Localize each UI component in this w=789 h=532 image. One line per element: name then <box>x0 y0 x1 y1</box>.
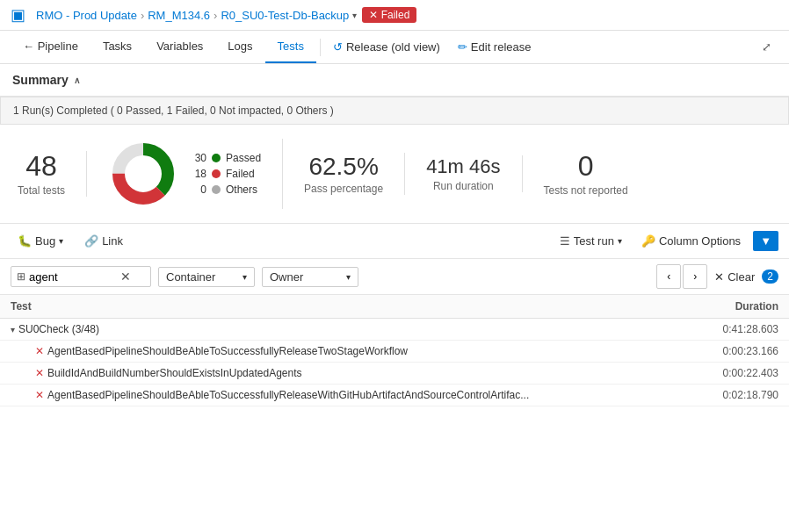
column-options-label: Column Options <box>659 234 741 248</box>
toolbar-right: ☰ Test run ▾ 🔑 Column Options ▼ <box>553 231 778 251</box>
app-logo: ▣ <box>11 5 25 25</box>
failed-dot <box>212 169 221 178</box>
nav-tabs: ← Pipeline Tasks Variables Logs Tests ↺ … <box>0 31 789 64</box>
summary-title: Summary <box>12 73 69 87</box>
info-bar: 1 Run(s) Completed ( 0 Passed, 1 Failed,… <box>0 97 789 125</box>
clear-search-icon[interactable]: ✕ <box>120 270 131 284</box>
nav-separator <box>320 39 321 56</box>
pass-pct-label: Pass percentage <box>304 183 383 195</box>
tab-variables[interactable]: Variables <box>144 31 215 63</box>
not-reported-value: 0 <box>578 151 594 182</box>
fail-icon: ✕ <box>35 367 44 379</box>
expand-icon[interactable]: ⤢ <box>755 33 778 61</box>
summary-header[interactable]: Summary ∧ <box>12 73 777 87</box>
release-old-view-action[interactable]: ↺ Release (old view) <box>324 32 449 62</box>
legend-passed: 30 Passed <box>191 152 261 164</box>
fail-icon: ✕ <box>35 345 44 357</box>
summary-chevron: ∧ <box>74 75 80 85</box>
table-row[interactable]: ✕ AgentBasedPipelineShouldBeAbleToSucces… <box>0 341 789 363</box>
run-duration-label: Run duration <box>433 180 494 192</box>
breadcrumb-dropdown-icon[interactable]: ▾ <box>352 11 357 20</box>
donut-chart <box>108 139 178 209</box>
test-run-dropdown-icon[interactable]: ▾ <box>618 236 622 246</box>
tab-tests[interactable]: Tests <box>265 31 316 63</box>
link-icon: 🔗 <box>84 234 98 248</box>
filters-row: ⊞ ✕ Container ▾ Owner ▾ ‹ › ✕ Clear 2 <box>0 259 789 295</box>
item-duration-1: 0:00:23.166 <box>691 345 778 357</box>
not-reported-label: Tests not reported <box>544 184 628 197</box>
summary-section: Summary ∧ <box>0 64 789 97</box>
test-run-button[interactable]: ☰ Test run ▾ <box>553 231 629 251</box>
run-duration-value: 41m 46s <box>426 155 500 178</box>
edit-release-action[interactable]: ✏ Edit release <box>449 32 540 62</box>
stats-area: 48 Total tests 30 Passed 18 Failed <box>0 125 789 224</box>
total-tests-label: Total tests <box>18 184 65 197</box>
search-filter-icon: ⊞ <box>17 270 25 283</box>
bug-label: Bug <box>35 234 55 248</box>
item-duration-3: 0:02:18.790 <box>691 389 778 401</box>
next-page-button[interactable]: › <box>683 264 707 289</box>
tab-logs[interactable]: Logs <box>215 31 264 63</box>
fail-icon: ✕ <box>35 389 44 401</box>
col-duration-header: Duration <box>691 300 778 313</box>
group-duration: 0:41:28.603 <box>691 323 778 335</box>
breadcrumb-r0[interactable]: R0_SU0-Test-Db-Backup <box>221 9 349 22</box>
filter-count-badge: 2 <box>762 270 778 284</box>
table-row[interactable]: ✕ BuildIdAndBuildNumberShouldExistsInUpd… <box>0 363 789 385</box>
tab-pipeline[interactable]: ← Pipeline <box>11 31 90 63</box>
owner-dropdown-icon: ▾ <box>346 272 351 282</box>
clear-filters-button[interactable]: ✕ Clear <box>714 270 755 284</box>
edit-icon: ✏ <box>458 40 467 54</box>
run-duration-block: 41m 46s Run duration <box>405 155 522 192</box>
search-input[interactable] <box>29 270 117 284</box>
search-input-wrap: ⊞ ✕ <box>11 266 151 287</box>
breadcrumb-rm[interactable]: RM_M134.6 <box>148 9 210 22</box>
bug-dropdown-icon[interactable]: ▾ <box>59 236 63 246</box>
clear-label: Clear <box>727 270 755 284</box>
bug-button[interactable]: 🐛 Bug ▾ <box>11 231 70 251</box>
bug-icon: 🐛 <box>18 234 32 248</box>
item-name-2: ✕ BuildIdAndBuildNumberShouldExistsInUpd… <box>11 367 691 379</box>
top-bar: ▣ RMO - Prod Update › RM_M134.6 › R0_SU0… <box>0 0 789 31</box>
table-header: Test Duration <box>0 295 789 319</box>
failed-label: Failed <box>226 168 255 180</box>
breadcrumb-sep-1: › <box>141 9 144 22</box>
test-run-icon: ☰ <box>560 234 570 248</box>
chevron-down-icon[interactable]: ▾ <box>11 325 15 334</box>
tab-tasks[interactable]: Tasks <box>90 31 144 63</box>
table-row[interactable]: ▾ SU0Check (3/48) 0:41:28.603 <box>0 319 789 341</box>
release-icon: ↺ <box>333 40 343 54</box>
link-button[interactable]: 🔗 Link <box>77 231 130 251</box>
owner-dropdown[interactable]: Owner ▾ <box>262 267 358 287</box>
column-options-button[interactable]: 🔑 Column Options <box>634 231 748 251</box>
link-label: Link <box>102 234 123 248</box>
passed-label: Passed <box>226 152 261 164</box>
filter-active-button[interactable]: ▼ <box>753 231 778 251</box>
test-run-label: Test run <box>574 234 614 248</box>
prev-page-button[interactable]: ‹ <box>656 264 681 289</box>
container-label: Container <box>166 270 215 284</box>
others-label: Others <box>226 183 257 196</box>
container-dropdown[interactable]: Container ▾ <box>158 267 255 287</box>
pass-pct-block: 62.5% Pass percentage <box>283 153 405 195</box>
breadcrumb-sep-2: › <box>214 9 217 22</box>
breadcrumb-rmo[interactable]: RMO - Prod Update <box>36 9 137 22</box>
filter-icon: ▼ <box>760 234 771 248</box>
status-badge: ✕ Failed <box>362 7 416 23</box>
nav-arrows: ‹ › <box>656 264 707 289</box>
item-name-1: ✕ AgentBasedPipelineShouldBeAbleToSucces… <box>11 345 691 357</box>
owner-label: Owner <box>270 270 303 284</box>
legend-others: 0 Others <box>191 183 261 196</box>
breadcrumb: RMO - Prod Update › RM_M134.6 › R0_SU0-T… <box>36 9 357 22</box>
not-reported-block: 0 Tests not reported <box>523 151 649 196</box>
table-row[interactable]: ✕ AgentBasedPipelineShouldBeAbleToSucces… <box>0 385 789 406</box>
column-options-icon: 🔑 <box>641 234 655 248</box>
group-name: ▾ SU0Check (3/48) <box>11 323 691 335</box>
donut-legend: 30 Passed 18 Failed 0 Others <box>191 152 261 196</box>
donut-chart-container: 30 Passed 18 Failed 0 Others <box>87 139 283 209</box>
total-tests-block: 48 Total tests <box>18 151 87 196</box>
item-duration-2: 0:00:22.403 <box>691 367 778 379</box>
total-tests-value: 48 <box>25 151 57 182</box>
passed-count: 30 <box>191 152 206 164</box>
failed-count: 18 <box>191 168 206 180</box>
